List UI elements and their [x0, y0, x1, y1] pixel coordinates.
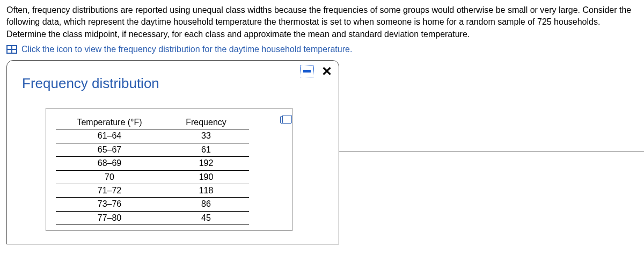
dialog-title: Frequency distribution: [22, 74, 326, 93]
frequency-dialog: ✕ Frequency distribution Temperature (°F…: [6, 60, 339, 245]
cell-frequency: 45: [163, 211, 249, 225]
minimize-icon: [303, 70, 311, 73]
cell-frequency: 192: [163, 157, 249, 170]
table-row: 77–80 45: [56, 211, 249, 225]
cell-temperature: 65–67: [56, 143, 163, 156]
cell-temperature: 71–72: [56, 184, 163, 197]
frequency-table: Temperature (°F) Frequency 61–64 33 65–6…: [56, 116, 249, 225]
cell-frequency: 61: [163, 143, 249, 156]
hint-row: Click the icon to view the frequency dis…: [6, 44, 638, 55]
table-icon[interactable]: [6, 45, 17, 54]
close-icon: ✕: [321, 64, 332, 78]
copy-icon[interactable]: [280, 116, 289, 124]
cell-frequency: 190: [163, 170, 249, 184]
header-temperature: Temperature (°F): [56, 116, 163, 129]
cell-temperature: 73–76: [56, 198, 163, 211]
cell-temperature: 61–64: [56, 129, 163, 143]
close-button[interactable]: ✕: [319, 65, 334, 78]
table-row: 65–67 61: [56, 143, 249, 156]
table-row: 73–76 86: [56, 198, 249, 211]
question-text: Often, frequency distributions are repor…: [6, 4, 638, 40]
frequency-table-container: Temperature (°F) Frequency 61–64 33 65–6…: [46, 108, 292, 231]
header-frequency: Frequency: [163, 116, 249, 129]
table-row: 68–69 192: [56, 157, 249, 170]
cell-temperature: 77–80: [56, 211, 163, 225]
cell-temperature: 68–69: [56, 157, 163, 170]
table-row: 70 190: [56, 170, 249, 184]
minimize-button[interactable]: [300, 66, 314, 77]
table-row: 71–72 118: [56, 184, 249, 197]
hint-text: Click the icon to view the frequency dis…: [21, 44, 352, 55]
cell-temperature: 70: [56, 170, 163, 184]
table-row: 61–64 33: [56, 129, 249, 143]
cell-frequency: 33: [163, 129, 249, 143]
cell-frequency: 118: [163, 184, 249, 197]
cell-frequency: 86: [163, 198, 249, 211]
